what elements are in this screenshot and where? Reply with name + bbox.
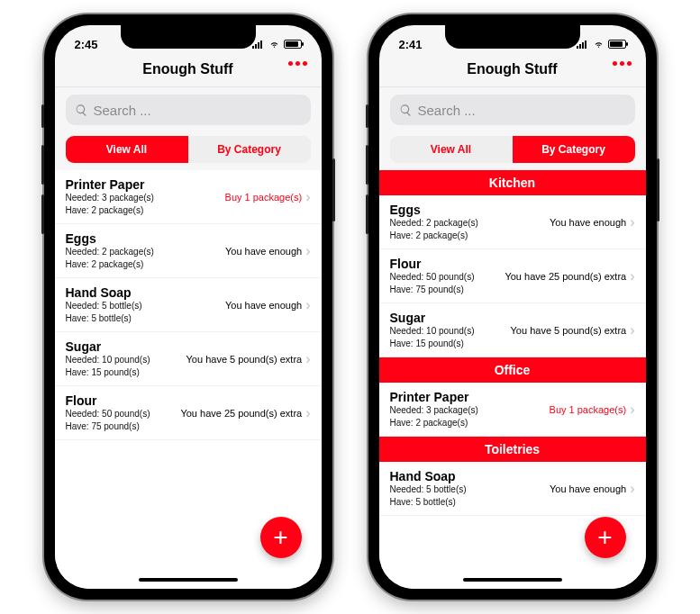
item-needed: Needed: 50 pound(s) xyxy=(390,272,505,284)
item-status: You have 25 pound(s) extra xyxy=(505,271,626,282)
item-name: Hand Soap xyxy=(66,285,225,300)
notch xyxy=(121,25,256,49)
item-have: Have: 5 bottle(s) xyxy=(390,497,550,509)
segment-control: View All By Category xyxy=(66,136,311,163)
more-button[interactable] xyxy=(288,61,307,66)
segment-control: View All By Category xyxy=(390,136,635,163)
home-indicator xyxy=(139,578,238,582)
phone-right: 2:41 Enough Stuff Search ... View All By… xyxy=(368,14,657,600)
chevron-right-icon: › xyxy=(630,214,634,230)
category-header: Kitchen xyxy=(379,170,646,195)
list-item[interactable]: Hand SoapNeeded: 5 bottle(s)Have: 5 bott… xyxy=(379,462,646,516)
search-icon xyxy=(399,104,413,117)
item-status: You have 5 pound(s) extra xyxy=(186,354,303,365)
wifi-icon xyxy=(593,40,605,49)
list-item[interactable]: FlourNeeded: 50 pound(s)Have: 75 pound(s… xyxy=(55,386,322,440)
item-needed: Needed: 2 package(s) xyxy=(390,218,550,230)
item-status: You have 25 pound(s) extra xyxy=(180,408,302,419)
list-item[interactable]: SugarNeeded: 10 pound(s)Have: 15 pound(s… xyxy=(55,332,322,386)
item-name: Sugar xyxy=(66,339,186,354)
item-have: Have: 2 package(s) xyxy=(66,259,225,271)
search-input[interactable]: Search ... xyxy=(66,95,311,125)
list-item[interactable]: Printer PaperNeeded: 3 package(s)Have: 2… xyxy=(55,170,322,224)
wifi-icon xyxy=(268,40,280,49)
chevron-right-icon: › xyxy=(305,243,310,259)
item-name: Flour xyxy=(66,393,181,408)
list-item[interactable]: EggsNeeded: 2 package(s)Have: 2 package(… xyxy=(379,195,646,249)
item-needed: Needed: 5 bottle(s) xyxy=(66,301,225,312)
chevron-right-icon: › xyxy=(305,351,310,367)
item-needed: Needed: 2 package(s) xyxy=(66,247,225,258)
chevron-right-icon: › xyxy=(630,322,634,339)
more-button[interactable] xyxy=(613,61,632,66)
item-status: You have enough xyxy=(225,300,302,311)
chevron-right-icon: › xyxy=(305,405,310,421)
search-placeholder: Search ... xyxy=(94,103,151,118)
page-title: Enough Stuff xyxy=(467,61,557,77)
segment-by-category[interactable]: By Category xyxy=(513,136,635,163)
plus-icon: + xyxy=(273,525,287,550)
item-name: Flour xyxy=(390,257,505,271)
search-input[interactable]: Search ... xyxy=(390,95,635,125)
item-needed: Needed: 10 pound(s) xyxy=(390,326,511,338)
chevron-right-icon: › xyxy=(630,268,634,284)
item-name: Printer Paper xyxy=(390,390,550,404)
item-name: Eggs xyxy=(390,203,550,217)
category-header: Toiletries xyxy=(379,437,646,462)
item-have: Have: 15 pound(s) xyxy=(390,339,511,350)
item-status: Buy 1 package(s) xyxy=(550,404,627,415)
item-have: Have: 2 package(s) xyxy=(390,418,550,429)
item-status: You have enough xyxy=(225,246,302,257)
list-item[interactable]: Hand SoapNeeded: 5 bottle(s)Have: 5 bott… xyxy=(55,278,322,332)
item-have: Have: 5 bottle(s) xyxy=(66,313,225,325)
item-status: You have enough xyxy=(550,217,626,228)
item-needed: Needed: 3 package(s) xyxy=(390,405,550,417)
list-item[interactable]: Printer PaperNeeded: 3 package(s)Have: 2… xyxy=(379,383,646,437)
item-status: You have 5 pound(s) extra xyxy=(511,325,627,336)
segment-view-all[interactable]: View All xyxy=(66,136,188,163)
item-needed: Needed: 5 bottle(s) xyxy=(390,484,550,496)
battery-icon xyxy=(284,40,302,49)
item-name: Hand Soap xyxy=(390,469,550,483)
add-button[interactable]: + xyxy=(585,517,626,558)
status-time: 2:41 xyxy=(399,38,423,51)
nav-bar: Enough Stuff xyxy=(55,56,322,87)
list-item[interactable]: SugarNeeded: 10 pound(s)Have: 15 pound(s… xyxy=(379,303,646,357)
list-item[interactable]: EggsNeeded: 2 package(s)Have: 2 package(… xyxy=(55,224,322,278)
item-needed: Needed: 50 pound(s) xyxy=(66,409,181,420)
list-item[interactable]: FlourNeeded: 50 pound(s)Have: 75 pound(s… xyxy=(379,249,646,303)
home-indicator xyxy=(463,578,562,582)
search-icon xyxy=(75,104,88,117)
segment-view-all[interactable]: View All xyxy=(390,136,513,163)
chevron-right-icon: › xyxy=(630,402,634,418)
status-time: 2:45 xyxy=(75,38,98,51)
phone-left: 2:45 Enough Stuff Search ... View All By… xyxy=(44,14,332,600)
item-name: Printer Paper xyxy=(66,177,225,192)
chevron-right-icon: › xyxy=(305,189,310,205)
item-have: Have: 15 pound(s) xyxy=(66,367,186,379)
item-name: Eggs xyxy=(66,231,225,246)
add-button[interactable]: + xyxy=(260,517,302,558)
segment-by-category[interactable]: By Category xyxy=(188,136,311,163)
category-header: Office xyxy=(379,357,646,383)
nav-bar: Enough Stuff xyxy=(379,56,646,87)
item-have: Have: 75 pound(s) xyxy=(390,284,505,296)
page-title: Enough Stuff xyxy=(142,61,232,77)
plus-icon: + xyxy=(597,525,612,550)
item-needed: Needed: 3 package(s) xyxy=(66,193,225,204)
search-placeholder: Search ... xyxy=(418,103,476,118)
item-status: Buy 1 package(s) xyxy=(225,192,303,203)
item-have: Have: 2 package(s) xyxy=(390,230,550,242)
item-have: Have: 75 pound(s) xyxy=(66,421,181,433)
item-status: You have enough xyxy=(550,483,626,494)
notch xyxy=(445,25,580,49)
chevron-right-icon: › xyxy=(305,297,310,313)
battery-icon xyxy=(608,40,626,49)
item-name: Sugar xyxy=(390,311,511,325)
item-have: Have: 2 package(s) xyxy=(66,205,225,217)
item-needed: Needed: 10 pound(s) xyxy=(66,355,186,366)
chevron-right-icon: › xyxy=(630,481,634,497)
